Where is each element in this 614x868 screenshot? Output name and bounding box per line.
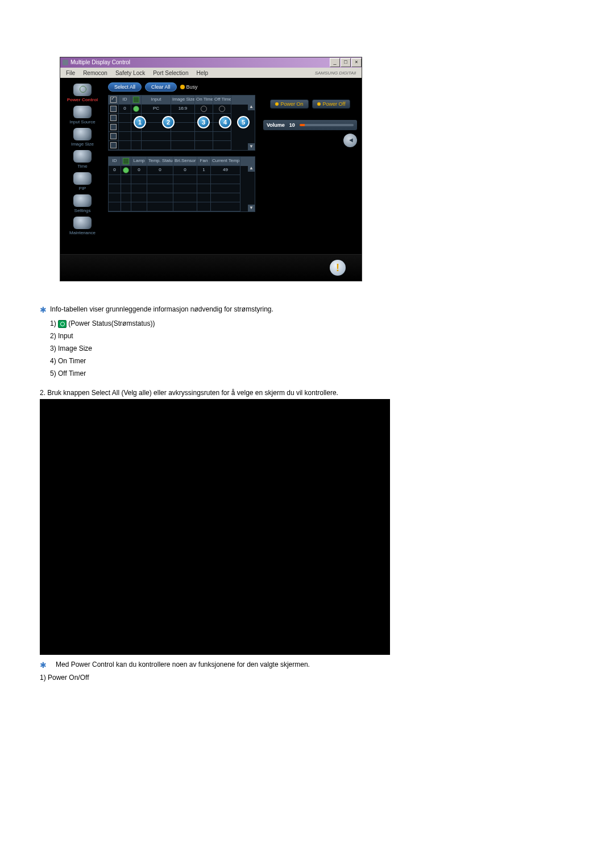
doc-paragraph: 2. Bruk knappen Select All (Velg alle) e…	[40, 389, 574, 397]
cell-id: 0	[119, 105, 131, 114]
row-checkbox[interactable]	[110, 106, 117, 112]
sidebar-item-label: Maintenance	[69, 230, 96, 235]
right-panel: Power On Power Off Volume 10	[259, 78, 362, 254]
badge-3: 3	[197, 116, 210, 128]
status-led-icon	[123, 167, 129, 173]
window-title: Multiple Display Control	[70, 57, 130, 68]
center-panel: Select All Clear All Busy ID Input Image…	[105, 78, 259, 254]
cell-bri-sensor: 0	[173, 166, 197, 175]
cell-id: 0	[109, 166, 121, 175]
list-item: 3) Image Size	[50, 343, 574, 354]
titlebar: Multiple Display Control _ □ ×	[60, 57, 362, 68]
status-led-icon	[133, 106, 139, 112]
minimize-button[interactable]: _	[330, 58, 340, 67]
menu-help[interactable]: Help	[193, 70, 211, 76]
pip-icon	[73, 172, 92, 185]
sidebar-item-image-size[interactable]: Image Size	[63, 127, 102, 148]
col-lamp: Lamp	[131, 157, 147, 166]
power-icon	[73, 84, 92, 96]
table-row[interactable]: 0 PC 16:9	[109, 105, 255, 114]
menu-safety-lock[interactable]: Safety Lock	[112, 70, 148, 76]
badge-1: 1	[134, 116, 146, 128]
maintenance-icon	[73, 217, 92, 229]
header-checkbox[interactable]	[110, 97, 117, 103]
sidebar-item-label: Power Control	[67, 97, 98, 102]
brand-label: SAMSUNG DIGITAll	[312, 70, 359, 76]
cell-current-temp: 49	[211, 166, 240, 175]
sidebar-item-power-control[interactable]: Power Control	[63, 82, 102, 103]
power-off-dot-icon	[317, 102, 321, 106]
power-on-button[interactable]: Power On	[270, 99, 309, 109]
settings-icon	[73, 194, 92, 207]
image-size-icon	[73, 128, 92, 140]
sidebar: Power Control Input Source Image Size Ti…	[60, 78, 105, 254]
time-icon	[73, 150, 92, 163]
table-row	[109, 202, 255, 211]
sidebar-item-label: Settings	[74, 208, 91, 213]
menu-remocon[interactable]: Remocon	[80, 70, 111, 76]
scroll-up-button[interactable]: ▲	[248, 165, 255, 172]
volume-value: 10	[289, 122, 295, 128]
sidebar-item-label: PIP	[79, 186, 86, 191]
menu-file[interactable]: File	[63, 70, 78, 76]
col-image-size: Image Size	[171, 95, 195, 105]
menu-port-selection[interactable]: Port Selection	[150, 70, 192, 76]
table-row[interactable]: 0 0 0 0 1 49	[109, 166, 255, 175]
on-timer-icon	[201, 106, 207, 112]
power-status-icon	[58, 320, 67, 328]
doc-paragraph: Info-tabellen viser grunnleggende inform…	[50, 304, 273, 316]
info-grid-1: ID Input Image Size On Timer Off Timer 0…	[108, 95, 255, 151]
list-item: 4) On Timer	[50, 356, 574, 366]
col-status-icon	[133, 97, 139, 103]
col-on-timer: On Timer	[195, 95, 213, 105]
volume-label: Volume	[267, 122, 285, 128]
cell-fan: 1	[197, 166, 211, 175]
busy-dot-icon	[180, 85, 185, 89]
sidebar-item-input-source[interactable]: Input Source	[63, 105, 102, 126]
list-item-prefix: 1)	[50, 319, 56, 327]
sidebar-item-maintenance[interactable]: Maintenance	[63, 215, 102, 236]
table-row	[109, 175, 255, 184]
col-id: ID	[109, 157, 121, 166]
volume-control: Volume 10	[263, 120, 357, 130]
power-off-button[interactable]: Power Off	[312, 99, 351, 109]
numbered-list-1: 1) (Power Status(Strømstatus)) 2) Input …	[50, 318, 574, 379]
star-icon: ✱	[40, 659, 47, 671]
col-fan: Fan	[197, 157, 211, 166]
power-on-label: Power On	[281, 101, 304, 107]
list-item-text: (Power Status(Strømstatus))	[68, 319, 155, 327]
star-icon: ✱	[40, 304, 47, 316]
col-id: ID	[119, 95, 131, 105]
busy-indicator: Busy	[180, 84, 198, 90]
power-off-label: Power Off	[323, 101, 346, 107]
col-off-timer: Off Timer	[213, 95, 231, 105]
sidebar-item-pip[interactable]: PIP	[63, 171, 102, 192]
cell-input: PC	[142, 105, 171, 114]
col-status-icon	[123, 158, 129, 164]
cell-lamp: 0	[131, 166, 147, 175]
scroll-down-button[interactable]: ▼	[248, 205, 255, 211]
col-input: Input	[142, 95, 171, 105]
app-screenshot-2	[40, 399, 390, 655]
speaker-icon[interactable]	[343, 134, 357, 147]
sidebar-item-settings[interactable]: Settings	[63, 193, 102, 214]
sidebar-item-time[interactable]: Time	[63, 149, 102, 170]
table-row	[109, 184, 255, 193]
close-button[interactable]: ×	[351, 58, 362, 67]
window-controls: _ □ ×	[329, 58, 362, 67]
grid-header: ID Lamp Temp. Status Bri.Sensor Fan Curr…	[109, 157, 255, 166]
list-item: 5) Off Timer	[50, 368, 574, 379]
scroll-down-button[interactable]: ▼	[248, 143, 255, 150]
app-footer: !	[60, 254, 362, 281]
table-row	[109, 141, 255, 150]
select-all-button[interactable]: Select All	[108, 82, 142, 92]
maximize-button[interactable]: □	[341, 58, 351, 67]
list-item: 2) Input	[50, 331, 574, 341]
app-screenshot-1: Multiple Display Control _ □ × File Remo…	[60, 57, 362, 281]
doc-paragraph: Med Power Control kan du kontrollere noe…	[50, 659, 310, 671]
volume-slider[interactable]	[300, 124, 354, 126]
cell-temp-status: 0	[147, 166, 173, 175]
clear-all-button[interactable]: Clear All	[145, 82, 177, 92]
scroll-up-button[interactable]: ▲	[248, 103, 255, 110]
badge-4: 4	[219, 116, 231, 128]
